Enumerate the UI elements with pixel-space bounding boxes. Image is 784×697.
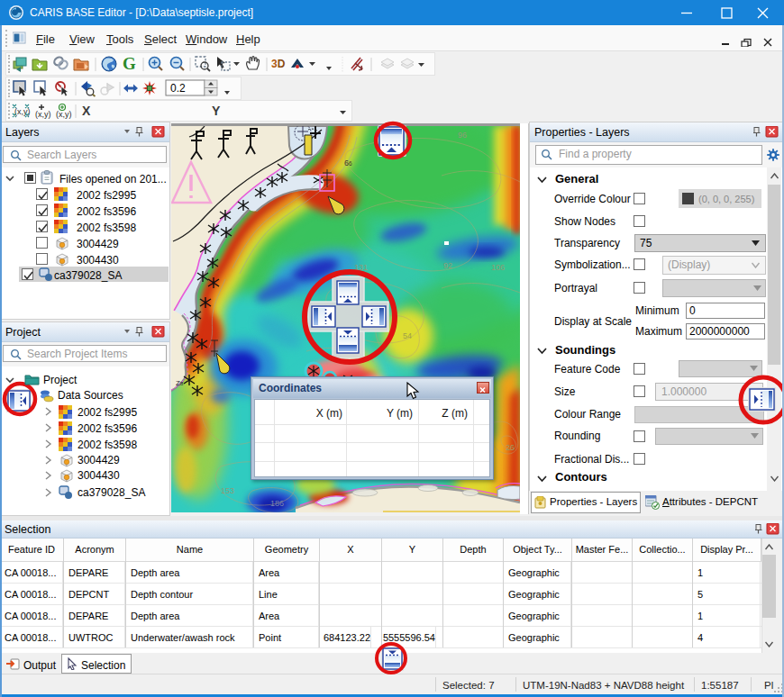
svg-text:(x,y): (x,y) xyxy=(35,110,51,119)
svg-text:(x,y): (x,y) xyxy=(56,110,72,119)
svg-text:153: 153 xyxy=(221,486,234,495)
svg-text:96: 96 xyxy=(458,131,467,140)
svg-text:66: 66 xyxy=(344,158,352,167)
svg-text:26: 26 xyxy=(506,443,515,452)
svg-text:3D: 3D xyxy=(271,58,286,70)
svg-text:92: 92 xyxy=(443,261,452,270)
svg-text:186: 186 xyxy=(270,499,284,508)
svg-text:106: 106 xyxy=(491,263,505,272)
svg-text:X: X xyxy=(82,104,91,118)
svg-text:G: G xyxy=(123,54,136,73)
svg-text:0.2: 0.2 xyxy=(170,82,186,95)
svg-text:Y: Y xyxy=(212,104,221,118)
svg-text:Z8: Z8 xyxy=(176,379,184,387)
